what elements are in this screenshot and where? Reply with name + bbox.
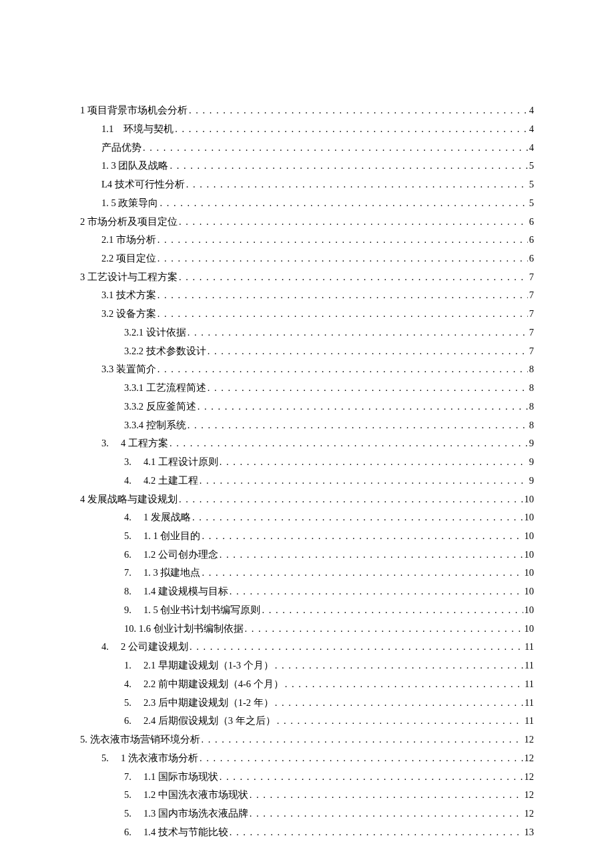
toc-entry: 6. 2.4 后期假设规划（3 年之后）11 xyxy=(80,713,534,729)
toc-leader-dots xyxy=(188,417,528,434)
toc-entry: 3 工艺设计与工程方案7 xyxy=(80,269,534,286)
toc-entry-label: 1. 2.1 早期建设规划（1-3 个月） xyxy=(124,657,274,674)
table-of-contents: 1 项目背景市场机会分析41.1 环境与契机4产品优势41. 3 团队及战略5L… xyxy=(80,102,534,840)
toc-leader-dots xyxy=(158,361,528,378)
toc-entry-label: 9. 1. 5 创业书计划书编写原则 xyxy=(124,602,260,618)
toc-entry-label: 3.2.2 技术参数设计 xyxy=(124,343,206,360)
toc-entry-page: 4 xyxy=(529,121,534,137)
toc-entry: 5. 洗衣液市场营销环境分析12 xyxy=(80,731,534,748)
toc-entry-label: 8. 1.4 建设规模与目标 xyxy=(124,583,228,600)
toc-entry-page: 6 xyxy=(529,250,534,267)
toc-entry-label: 5. 1.3 国内市场洗衣液品牌 xyxy=(124,805,248,822)
toc-entry-page: 7 xyxy=(529,306,534,322)
toc-entry-page: 8 xyxy=(529,361,534,378)
toc-leader-dots xyxy=(250,787,523,803)
toc-entry-label: 2.1 市场分析 xyxy=(101,232,156,248)
toc-entry: 3.2 设备方案7 xyxy=(80,306,534,322)
toc-entry: 7. 1. 3 拟建地点10 xyxy=(80,564,534,581)
toc-entry-page: 10 xyxy=(525,620,535,637)
toc-leader-dots xyxy=(192,509,523,526)
toc-leader-dots xyxy=(186,176,528,193)
toc-entry: 2.1 市场分析6 xyxy=(80,232,534,248)
toc-entry-page: 7 xyxy=(529,324,534,341)
toc-entry-page: 10 xyxy=(525,564,535,581)
toc-entry: 5. 1. 1 创业目的10 xyxy=(80,528,534,544)
toc-entry-label: 产品优势 xyxy=(101,139,141,156)
toc-leader-dots xyxy=(275,657,523,674)
toc-entry-page: 7 xyxy=(529,343,534,360)
toc-entry-page: 8 xyxy=(529,398,534,415)
toc-leader-dots xyxy=(202,528,523,544)
toc-entry-label: 5. 1 洗衣液市场分析 xyxy=(101,750,198,767)
toc-entry-label: 5. 2.3 后中期建设规划（1-2 年） xyxy=(124,695,274,711)
toc-leader-dots xyxy=(189,102,528,119)
toc-entry-label: 3.3.2 反应釜简述 xyxy=(124,398,196,415)
toc-entry-page: 11 xyxy=(525,657,534,674)
toc-entry-label: 7. 1.1 国际市场现状 xyxy=(124,769,218,785)
toc-entry: 5. 1.3 国内市场洗衣液品牌12 xyxy=(80,805,534,822)
toc-entry-page: 10 xyxy=(525,546,535,563)
toc-entry-label: 3.3.1 工艺流程简述 xyxy=(124,380,206,396)
toc-leader-dots xyxy=(208,343,528,360)
toc-entry-label: 6. 2.4 后期假设规划（3 年之后） xyxy=(124,713,276,729)
toc-entry: 2 市场分析及项目定位6 xyxy=(80,213,534,230)
toc-entry-label: 3. 4 工程方案 xyxy=(101,435,168,452)
toc-entry-page: 6 xyxy=(529,232,534,248)
toc-entry: 3. 4 工程方案9 xyxy=(80,435,534,452)
toc-entry-page: 12 xyxy=(525,731,535,748)
toc-entry: 1. 3 团队及战略5 xyxy=(80,157,534,174)
toc-entry: 9. 1. 5 创业书计划书编写原则10 xyxy=(80,602,534,618)
toc-entry-page: 4 xyxy=(529,102,534,119)
toc-leader-dots xyxy=(143,139,528,156)
toc-entry: 3.2.1 设计依据7 xyxy=(80,324,534,341)
toc-leader-dots xyxy=(158,306,528,322)
toc-leader-dots xyxy=(170,157,527,174)
toc-entry-page: 10 xyxy=(525,528,535,544)
toc-leader-dots xyxy=(220,454,528,470)
toc-entry: 1 项目背景市场机会分析4 xyxy=(80,102,534,119)
toc-entry-label: 1 项目背景市场机会分析 xyxy=(80,102,188,119)
toc-entry: 4. 1 发展战略10 xyxy=(80,509,534,526)
toc-entry: 8. 1.4 建设规模与目标10 xyxy=(80,583,534,600)
toc-leader-dots xyxy=(262,602,523,618)
toc-entry-page: 9 xyxy=(529,454,534,470)
toc-entry-page: 12 xyxy=(525,769,535,785)
toc-entry: 3. 4.1 工程设计原则9 xyxy=(80,454,534,470)
toc-entry-label: 3. 4.1 工程设计原则 xyxy=(124,454,218,470)
toc-entry-page: 8 xyxy=(529,417,534,434)
toc-entry-page: 11 xyxy=(525,676,534,693)
toc-leader-dots xyxy=(208,380,528,396)
toc-entry-label: 3.1 技术方案 xyxy=(101,287,156,304)
toc-entry-page: 11 xyxy=(525,713,534,729)
toc-entry-page: 5 xyxy=(529,195,534,211)
toc-entry: 1. 2.1 早期建设规划（1-3 个月）11 xyxy=(80,657,534,674)
toc-leader-dots xyxy=(285,676,523,693)
toc-leader-dots xyxy=(175,121,528,137)
toc-entry-label: 4. 2 公司建设规划 xyxy=(101,638,188,655)
toc-entry-page: 12 xyxy=(525,787,535,803)
toc-leader-dots xyxy=(220,546,523,563)
toc-entry-label: 1. 5 政策导向 xyxy=(101,195,158,211)
toc-entry: 6. 1.2 公司创办理念10 xyxy=(80,546,534,563)
toc-entry-page: 6 xyxy=(529,213,534,230)
toc-entry-page: 12 xyxy=(525,805,535,822)
toc-entry-page: 11 xyxy=(525,638,534,655)
toc-leader-dots xyxy=(200,750,523,767)
toc-entry-label: 7. 1. 3 拟建地点 xyxy=(124,564,200,581)
toc-leader-dots xyxy=(179,491,523,508)
toc-entry: 5. 1.2 中国洗衣液市场现状12 xyxy=(80,787,534,803)
toc-leader-dots xyxy=(158,250,528,267)
toc-entry-label: 6. 1.2 公司创办理念 xyxy=(124,546,218,563)
toc-entry: 4. 4.2 土建工程9 xyxy=(80,472,534,489)
toc-entry: 4. 2.2 前中期建设规划（4-6 个月）11 xyxy=(80,676,534,693)
toc-entry-page: 7 xyxy=(529,287,534,304)
toc-entry-page: 11 xyxy=(525,695,534,711)
toc-leader-dots xyxy=(158,287,528,304)
toc-leader-dots xyxy=(245,620,523,637)
toc-entry: 6. 1.4 技术与节能比较13 xyxy=(80,824,534,841)
toc-entry-label: 2.2 项目定位 xyxy=(101,250,156,267)
toc-entry: 2.2 项目定位6 xyxy=(80,250,534,267)
toc-leader-dots xyxy=(198,398,528,415)
toc-entry-page: 10 xyxy=(525,491,535,508)
toc-leader-dots xyxy=(179,213,528,230)
